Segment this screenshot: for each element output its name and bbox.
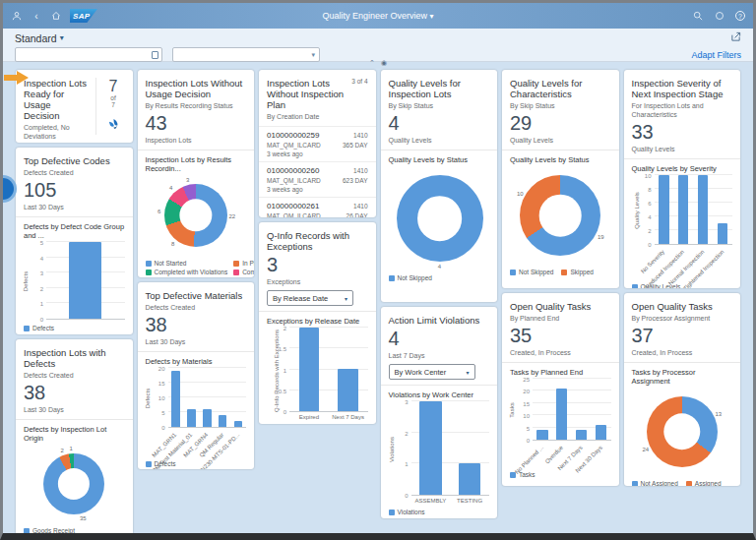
card-subtitle: By Creation Date — [267, 112, 368, 121]
card-action-limit-violations[interactable]: Action Limit Violations 4 Last 7 Days By… — [381, 307, 498, 518]
bar[interactable] — [187, 409, 196, 427]
defects-bar-chart: Defects012345Defects — [24, 243, 125, 331]
card-inspection-severity[interactable]: Inspection Severity of Next Inspection S… — [624, 70, 741, 288]
card-quality-levels-lots[interactable]: Quality Levels for Inspection Lots By Sk… — [381, 70, 498, 302]
donut-segment-label: 3 — [186, 177, 189, 183]
lot-number: 010000000259 — [267, 131, 343, 141]
home-icon[interactable] — [50, 10, 62, 22]
divider — [138, 351, 255, 352]
donut-segment-label: 10 — [517, 191, 524, 197]
legend-item: Not Started — [146, 260, 228, 267]
page-title-menu[interactable]: Quality Engineer Overview ▾ — [322, 11, 433, 21]
bar[interactable] — [659, 175, 668, 244]
bar[interactable] — [576, 430, 587, 440]
bar[interactable] — [556, 389, 567, 440]
bar[interactable] — [419, 401, 441, 495]
card-lots-without-inspection-plan[interactable]: Inspection Lots Without Inspection Plan … — [259, 70, 376, 217]
donut-chart[interactable] — [43, 453, 104, 514]
back-icon[interactable]: ‹ — [31, 10, 42, 22]
list-item[interactable]: 010000000259 MAT_QM_ILCARD 3 weeks ago 1… — [259, 126, 376, 161]
adapt-filters-link[interactable]: Adapt Filters — [691, 50, 741, 60]
collapse-header-icon[interactable]: ⌃ — [369, 59, 375, 67]
view-all-link[interactable]: View All — [24, 141, 90, 143]
chart-legend: Violations — [389, 509, 490, 515]
help-icon[interactable]: ? — [735, 11, 745, 21]
lot-material: MAT_QM_ILCARD — [267, 141, 343, 150]
bar[interactable] — [459, 463, 480, 495]
donut-chart[interactable] — [397, 175, 483, 262]
card-top-defective-materials[interactable]: Top Defective Materials Defects Created … — [138, 282, 255, 469]
materials-bar-chart: Defects05101520MAT_GRN1QM Test Material_… — [146, 369, 247, 467]
card-qinfo-records[interactable]: Q-Info Records with Exceptions 3 Excepti… — [259, 222, 376, 424]
filter-select[interactable]: ▾ — [172, 47, 320, 62]
donut-chart[interactable] — [647, 396, 718, 467]
kpi-caption: Quality Levels — [510, 136, 611, 145]
donut-segment-label: 13 — [715, 411, 722, 417]
chart-section-title: Inspection Lots by Results Recordin... — [146, 155, 247, 173]
card-subtitle: By Skip Status — [510, 101, 611, 110]
pin-header-icon[interactable]: ◉ — [381, 59, 387, 67]
bar[interactable] — [596, 425, 606, 440]
legend-item: Violations — [389, 509, 425, 515]
kpi-caption: Quality Levels — [632, 145, 733, 153]
value-help-icon[interactable] — [152, 51, 158, 59]
view-selector[interactable]: By Release Date ▾ — [267, 290, 353, 306]
bar[interactable] — [219, 415, 227, 427]
divider — [624, 362, 741, 363]
bar[interactable] — [718, 223, 727, 244]
bar[interactable] — [698, 175, 708, 244]
chart-legend: Goods ReceiptProductionDelivery to Custo… — [24, 527, 125, 536]
bar[interactable] — [536, 430, 547, 440]
lot-number: 010000000261 — [267, 202, 346, 211]
donut-chart[interactable] — [164, 184, 227, 247]
user-icon[interactable] — [11, 10, 23, 22]
card-title: Q-Info Records with Exceptions — [267, 230, 368, 252]
search-icon[interactable] — [692, 10, 704, 22]
chevron-down-icon: ▾ — [311, 51, 315, 59]
donut-segment-label: 6 — [158, 209, 160, 214]
view-selector[interactable]: By Work Center ▾ — [389, 364, 475, 380]
card-open-tasks-planned-end[interactable]: Open Quality Tasks By Planned End 35 Cre… — [502, 293, 619, 486]
card-quality-levels-characteristics[interactable]: Quality Levels for Characteristics By Sk… — [502, 70, 619, 288]
filter-input[interactable] — [19, 48, 152, 61]
divider — [259, 311, 376, 312]
card-open-tasks-processor[interactable]: Open Quality Tasks By Processor Assignme… — [624, 293, 741, 486]
variant-selector[interactable]: Standard▾ — [15, 32, 64, 44]
chart-legend: Not AssignedAssigned — [632, 480, 733, 486]
card-title: Inspection Lots Without Inspection Plan — [267, 78, 347, 110]
card-top-defective-codes[interactable]: Top Defective Codes Defects Created 105 … — [16, 148, 133, 334]
legend-item: In Process — [233, 260, 254, 267]
card-lots-ready-usage-decision[interactable]: Inspection Lots Ready for Usage Decision… — [16, 70, 133, 143]
dash-column-6: Inspection Severity of Next Inspection S… — [624, 70, 741, 486]
y-axis-title: Defects — [146, 369, 155, 428]
bar[interactable] — [338, 369, 358, 411]
bar[interactable] — [69, 242, 101, 319]
card-subtitle: Defects Created — [146, 303, 247, 312]
y-axis-title: Q-Info Records with Exceptions — [267, 329, 276, 412]
list-item[interactable]: 010000000260 MAT_QM_ILCARD 3 weeks ago 1… — [259, 161, 376, 197]
bar[interactable] — [678, 175, 688, 244]
kpi-caption: Created, In Process — [510, 348, 611, 357]
chart-legend: Tasks — [510, 471, 611, 478]
kpi-value: 33 — [632, 121, 733, 143]
card-lots-without-usage-decision[interactable]: Inspection Lots Without Usage Decision B… — [138, 70, 255, 277]
bar[interactable] — [203, 409, 212, 427]
card-title: Quality Levels for Characteristics — [510, 78, 611, 99]
origin-donut-chart: 3521Goods ReceiptProductionDelivery to C… — [24, 446, 125, 536]
card-lots-with-defects[interactable]: Inspection Lots with Defects Defects Cre… — [16, 339, 133, 536]
bar[interactable] — [171, 371, 180, 427]
kpi-value: 38 — [24, 382, 125, 403]
bar[interactable] — [234, 421, 243, 427]
list-item[interactable]: 010000000261 MAT_QM_ILCARD 3 weeks ago 1… — [259, 197, 376, 217]
donut-chart[interactable] — [520, 175, 600, 256]
kpi-value: 29 — [510, 112, 611, 134]
sap-logo[interactable]: SAP — [70, 9, 97, 23]
chart-legend: Not SkippedSkipped — [510, 269, 611, 275]
card-title: Action Limit Violations — [389, 315, 490, 326]
card-subtitle: Defects Created — [24, 168, 125, 177]
copilot-icon[interactable] — [714, 10, 725, 22]
chart-legend: Not StartedIn ProcessCompleted with Viol… — [146, 260, 247, 277]
share-icon[interactable] — [730, 31, 741, 44]
bar[interactable] — [299, 328, 320, 411]
card-title: Open Quality Tasks — [510, 301, 611, 312]
